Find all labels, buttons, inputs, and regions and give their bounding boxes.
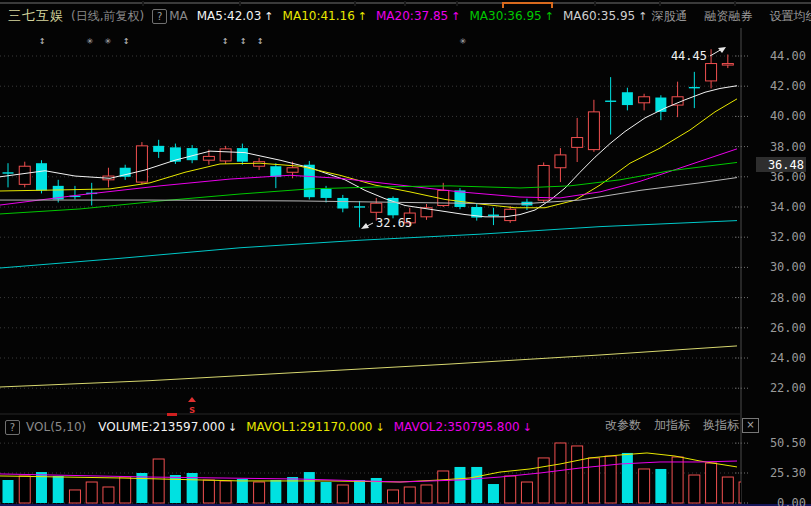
ma20-trend-arrow-icon: ↑: [451, 10, 460, 23]
link-margin-trading[interactable]: 融资融券: [704, 8, 752, 25]
svg-text:44.00: 44.00: [770, 49, 806, 63]
pane-splitter-handle[interactable]: [167, 413, 177, 416]
ma60-value: MA60:35.95: [563, 9, 635, 23]
volume-pane-actions: 改参数 加指标 换指标: [605, 417, 739, 437]
event-marker-star-icon: ✳: [105, 34, 112, 47]
svg-text:34.00: 34.00: [770, 200, 806, 214]
line-MA30: [0, 162, 737, 213]
event-marker-updown-icon: ↕: [257, 34, 264, 47]
switch-indicator-button[interactable]: 换指标: [703, 417, 739, 437]
close-icon[interactable]: ×: [742, 418, 759, 433]
svg-text:30.00: 30.00: [770, 260, 806, 274]
svg-text:36.48: 36.48: [768, 158, 804, 172]
svg-text:50.50: 50.50: [770, 436, 806, 450]
svg-text:32.65: 32.65: [376, 216, 412, 230]
ma30-value: MA30:36.95: [469, 9, 541, 23]
price-axis-labels: 44.0042.0040.0038.0036.0034.0032.0030.00…: [756, 49, 806, 506]
line-MA5: [0, 86, 737, 217]
stock-chart-window: 44.0042.0040.0038.0036.0034.0032.0030.00…: [0, 0, 811, 506]
event-marker-updown-icon: ↕: [240, 34, 247, 47]
link-shengutong[interactable]: 深股通: [651, 8, 687, 25]
vol-indicator-label: VOL(5,10): [26, 420, 86, 434]
svg-text:24.00: 24.00: [770, 351, 806, 365]
volume-value: VOLUME:213597.000: [98, 420, 225, 434]
svg-text:0.00: 0.00: [777, 496, 806, 506]
svg-text:42.00: 42.00: [770, 79, 806, 93]
svg-text:s: s: [189, 403, 196, 416]
svg-text:40.00: 40.00: [770, 109, 806, 123]
ma-group-label: MA: [169, 9, 188, 23]
svg-text:28.00: 28.00: [770, 291, 806, 305]
stock-title: 三七互娱: [8, 7, 64, 25]
chart-mode-label: (日线,前复权): [71, 8, 144, 25]
mavol1-value: MAVOL1:291170.000: [246, 420, 372, 434]
event-marker-updown-icon: ↕: [123, 34, 130, 47]
volume-pane-header: ? VOL(5,10) VOLUME:213597.000 ↓ MAVOL1:2…: [0, 417, 532, 437]
svg-text:38.00: 38.00: [770, 140, 806, 154]
ma10-value: MA10:41.16: [283, 9, 355, 23]
svg-text:44.45: 44.45: [671, 49, 707, 63]
low-arrow-icon: [361, 223, 369, 229]
event-marker-star-icon: ✳: [460, 34, 467, 47]
svg-text:22.00: 22.00: [770, 381, 806, 395]
add-indicator-button[interactable]: 加指标: [654, 417, 690, 437]
ma-settings-button[interactable]: 设置均线: [769, 8, 811, 25]
edit-params-button[interactable]: 改参数: [605, 417, 641, 437]
s-marker-triangle-icon: [188, 397, 196, 402]
ma10-trend-arrow-icon: ↑: [358, 10, 367, 23]
svg-text:32.00: 32.00: [770, 230, 806, 244]
vol-help-icon[interactable]: ?: [5, 420, 20, 435]
ma60-trend-arrow-icon: ↑: [638, 10, 647, 23]
main-chart-header: 三七互娱 (日线,前复权) ? MA MA5:42.03 ↑ MA10:41.1…: [0, 6, 811, 26]
help-icon[interactable]: ?: [152, 9, 167, 24]
event-markers: ↕✳✳↕↕↕↕✳: [39, 34, 467, 47]
ma30-trend-arrow-icon: ↑: [545, 10, 554, 23]
event-marker-updown-icon: ↕: [222, 34, 229, 47]
mavol2-value: MAVOL2:350795.800: [394, 420, 520, 434]
svg-text:26.00: 26.00: [770, 321, 806, 335]
volume-trend-arrow-icon: ↓: [228, 421, 237, 434]
event-marker-updown-icon: ↕: [39, 34, 46, 47]
svg-text:25.30: 25.30: [770, 466, 806, 480]
candlestick-series: [3, 49, 734, 227]
ma5-value: MA5:42.03: [197, 9, 262, 23]
mavol2-trend-arrow-icon: ↓: [523, 421, 532, 434]
ma5-trend-arrow-icon: ↑: [264, 10, 273, 23]
mavol1-trend-arrow-icon: ↓: [375, 421, 384, 434]
ma20-value: MA20:37.85: [376, 9, 448, 23]
event-marker-star-icon: ✳: [87, 34, 94, 47]
high-arrow-icon: [718, 47, 726, 53]
line-long-ma-yellow: [0, 346, 737, 387]
